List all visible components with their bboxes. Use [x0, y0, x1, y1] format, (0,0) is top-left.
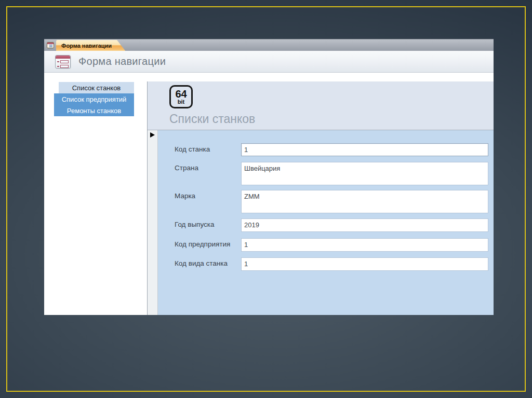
field-label: Год выпуска [175, 218, 241, 232]
form-icon-titlebar [56, 56, 70, 59]
nav-button-remonty-stankov[interactable]: Ремонты станков [54, 105, 134, 116]
subform-body: Код станка 1 Страна Швейцария Марка ZMM [148, 130, 494, 315]
64bit-logo-text: bit [178, 99, 184, 105]
content-area: Список станков Список предприятий Ремонт… [44, 73, 494, 315]
field-label: Марка [175, 190, 241, 213]
page-title: Форма навигации [78, 56, 166, 67]
navigation-buttons: Список станков Список предприятий Ремонт… [54, 82, 134, 116]
subform-header: 64 bit Списки станков [148, 81, 494, 130]
field-row-kod-vida-stanka: Код вида станка 1 [175, 257, 488, 271]
field-row-kod-predpriyatiya: Код предприятия 1 [175, 238, 488, 252]
nav-button-label: Список станков [72, 84, 121, 92]
form-icon-rect [60, 65, 69, 68]
field-label: Код предприятия [175, 238, 241, 252]
nav-button-label: Ремонты станков [67, 107, 121, 115]
marka-input[interactable]: ZMM [241, 190, 488, 213]
64bit-logo: 64 bit [169, 85, 193, 108]
nav-button-spisok-predpriyatij[interactable]: Список предприятий [54, 93, 134, 105]
form-header-bar: Форма навигации [44, 51, 494, 73]
record-detail-area: Код станка 1 Страна Швейцария Марка ZMM [158, 130, 494, 315]
kod-vida-stanka-input[interactable]: 1 [241, 257, 488, 271]
tab-forma-navigacii[interactable]: Форма навигации [56, 40, 125, 51]
form-icon-dash [57, 61, 59, 62]
nav-button-label: Список предприятий [62, 95, 127, 103]
subform-title: Списки станков [169, 112, 255, 126]
form-icon-rect [60, 60, 69, 63]
presentation-slide: Форма навигации Форма навигации [0, 0, 532, 398]
god-vypuska-input[interactable]: 2019 [241, 218, 488, 232]
form-mini-icon-line [49, 46, 52, 47]
nav-button-spisok-stankov[interactable]: Список станков [59, 82, 134, 93]
subform-window: 64 bit Списки станков Код станка 1 [147, 81, 494, 315]
document-tab-bar: Форма навигации [44, 39, 494, 51]
access-window: Форма навигации Форма навигации [44, 39, 494, 315]
field-row-kod-stanka: Код станка 1 [175, 143, 488, 156]
field-row-strana: Страна Швейцария [175, 162, 488, 185]
kod-predpriyatiya-input[interactable]: 1 [241, 238, 488, 252]
strana-input[interactable]: Швейцария [241, 162, 488, 185]
form-icon-dash [57, 66, 59, 67]
field-label: Страна [175, 162, 241, 185]
form-icon-row [57, 65, 69, 68]
form-icon [55, 55, 71, 68]
kod-stanka-input[interactable]: 1 [241, 143, 488, 156]
record-selector-bar[interactable] [148, 130, 158, 315]
form-mini-icon-line [49, 45, 52, 46]
field-row-god-vypuska: Год выпуска 2019 [175, 218, 488, 232]
field-label: Код станка [175, 143, 241, 156]
tab-label: Форма навигации [61, 43, 112, 49]
field-row-marka: Марка ZMM [175, 190, 488, 213]
form-mini-icon [47, 42, 54, 48]
64bit-logo-number: 64 [175, 89, 187, 99]
form-mini-icon-titlebar [47, 43, 54, 44]
form-icon-row [57, 60, 69, 63]
field-label: Код вида станка [175, 257, 241, 271]
record-selector-arrow-icon [150, 132, 155, 138]
tab-bar-icon-box [44, 39, 56, 51]
